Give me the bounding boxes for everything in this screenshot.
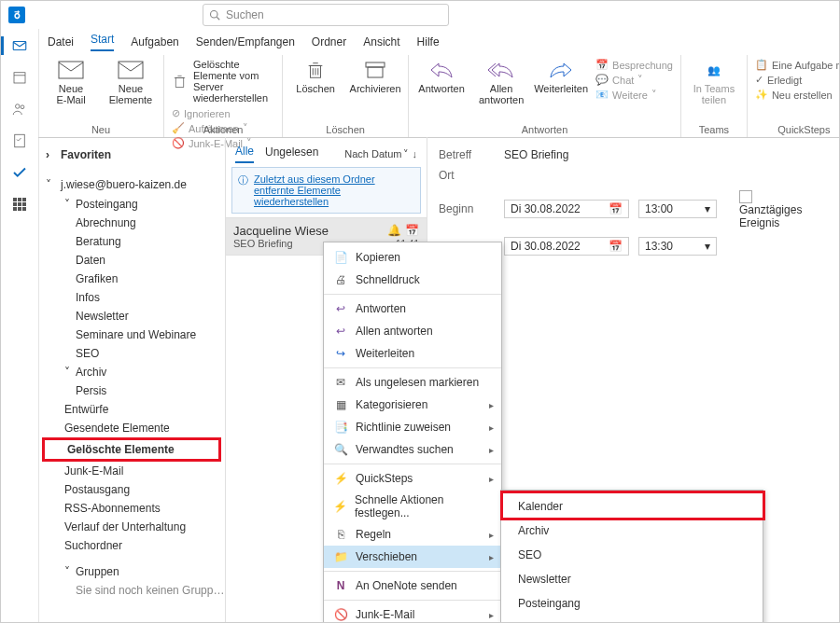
submenu-kalender[interactable]: Kalender — [501, 494, 763, 519]
end-time-input[interactable]: 13:30▾ — [638, 237, 717, 256]
restore-link[interactable]: Zuletzt aus diesem Ordner entfernte Elem… — [254, 173, 414, 207]
search-input[interactable]: Suchen — [203, 4, 449, 26]
begin-time-input[interactable]: 13:00▾ — [638, 200, 717, 218]
apps-rail-icon[interactable] — [10, 195, 29, 214]
outlook-logo: o⃗ — [8, 7, 25, 23]
ctx-schnelldruck[interactable]: 🖨Schnelldruck — [324, 269, 501, 291]
todo-rail-icon[interactable] — [10, 163, 29, 182]
svg-rect-2 — [13, 42, 26, 50]
folder-grafiken[interactable]: Grafiken — [38, 270, 225, 288]
submenu-seminare[interactable]: Seminare und Webinare — [501, 616, 763, 623]
tasks-rail-icon[interactable] — [10, 132, 29, 150]
calendar-picker-icon: 📅 — [609, 202, 623, 215]
svg-rect-14 — [13, 207, 17, 211]
tab-alle[interactable]: Alle — [235, 145, 254, 163]
ctx-onenote[interactable]: NAn OneNote senden — [324, 575, 501, 597]
folder-abrechnung[interactable]: Abrechnung — [38, 214, 225, 232]
folder-newsletter[interactable]: Newsletter — [38, 307, 225, 325]
archive-button[interactable]: Archivieren — [350, 59, 400, 94]
ctx-weiterleiten[interactable]: ↪Weiterleiten — [324, 342, 501, 365]
submenu-seo[interactable]: SEO — [501, 543, 763, 567]
menu-ansicht[interactable]: Ansicht — [363, 35, 399, 48]
ctx-antworten[interactable]: ↩Antworten — [324, 298, 501, 320]
folder-gesendet[interactable]: Gesendete Elemente — [38, 419, 225, 437]
rules-icon: ⎘ — [333, 527, 348, 542]
menu-ordner[interactable]: Ordner — [312, 35, 346, 48]
junk-icon: 🚫 — [333, 607, 348, 622]
folder-postausgang[interactable]: Postausgang — [38, 480, 225, 499]
ctx-regeln[interactable]: ⎘Regeln▸ — [324, 523, 501, 546]
people-rail-icon[interactable] — [10, 100, 29, 118]
svg-rect-16 — [22, 207, 26, 211]
chat-button[interactable]: 💬 Chat ˅ — [595, 74, 673, 86]
submenu-newsletter[interactable]: Newsletter — [501, 567, 763, 591]
teams-share-button[interactable]: 👥In Teams teilen — [689, 59, 739, 105]
reply-button[interactable]: Antworten — [416, 59, 467, 94]
menu-bar: Datei Start Aufgaben Senden/Empfangen Or… — [38, 29, 839, 55]
ctx-verschieben[interactable]: 📁Verschieben▸ — [324, 546, 501, 568]
ctx-verwandtes[interactable]: 🔍Verwandtes suchen▸ — [324, 438, 501, 461]
svg-rect-7 — [15, 134, 25, 147]
ctx-kopieren[interactable]: 📄Kopieren — [324, 246, 501, 269]
folder-seminare[interactable]: Seminare und Webinare — [38, 325, 225, 344]
more-button[interactable]: 📧 Weitere ˅ — [595, 89, 673, 101]
begin-date-input[interactable]: Di 30.08.2022📅 — [504, 200, 629, 218]
meeting-button[interactable]: 📅 Besprechung — [595, 59, 673, 71]
end-date-input[interactable]: Di 30.08.2022📅 — [504, 237, 629, 256]
reply-all-button[interactable]: Allen antworten — [476, 59, 526, 105]
forward-button[interactable]: Weiterleiten — [536, 59, 586, 94]
folder-posteingang[interactable]: ˅Posteingang — [38, 195, 225, 214]
ribbon: Neue E-Mail Neue Elemente Neu Gelöschte … — [38, 55, 839, 138]
menu-senden[interactable]: Senden/Empfangen — [196, 35, 295, 48]
ctx-schnelle[interactable]: ⚡Schnelle Aktionen festlegen... — [324, 490, 501, 523]
ctx-junk[interactable]: 🚫Junk-E-Mail▸ — [324, 603, 501, 623]
folder-seo[interactable]: SEO — [38, 344, 225, 363]
ribbon-group-loeschen: Löschen Archivieren Löschen — [283, 55, 409, 137]
svg-rect-15 — [18, 207, 21, 211]
svg-rect-12 — [18, 202, 21, 206]
info-bar[interactable]: ⓘ Zuletzt aus diesem Ordner entfernte El… — [231, 167, 421, 214]
folder-junk[interactable]: Junk-E-Mail — [38, 462, 225, 480]
print-icon: 🖨 — [333, 272, 348, 287]
folder-suchordner[interactable]: Suchordner — [38, 536, 225, 555]
tab-ungelesen[interactable]: Ungelesen — [265, 145, 318, 162]
folder-gruppen[interactable]: ˅Gruppen — [38, 562, 225, 581]
submenu-archiv[interactable]: Archiv — [501, 519, 763, 543]
qs-task-button[interactable]: 📋 Eine Aufgabe m... — [755, 59, 840, 71]
delete-button[interactable]: Löschen — [290, 59, 341, 94]
sort-dropdown[interactable]: Nach Datum ˅ ↓ — [344, 148, 417, 160]
folder-persis[interactable]: Persis — [38, 381, 225, 400]
menu-datei[interactable]: Datei — [48, 35, 74, 48]
ignore-button[interactable]: ⊘ Ignorieren — [172, 107, 252, 119]
submenu-posteingang[interactable]: Posteingang — [501, 591, 763, 616]
allday-checkbox[interactable] — [739, 190, 752, 203]
categorize-icon: ▦ — [333, 397, 348, 412]
new-email-button[interactable]: Neue E-Mail — [46, 59, 96, 105]
menu-hilfe[interactable]: Hilfe — [417, 35, 440, 48]
mail-rail-icon[interactable] — [10, 36, 29, 55]
folder-entwuerfe[interactable]: Entwürfe — [38, 400, 225, 419]
folder-geloescht[interactable]: Gelöschte Elemente — [45, 440, 218, 459]
qs-done-button[interactable]: ✓ Erledigt — [755, 74, 840, 86]
folder-verlauf[interactable]: Verlauf der Unterhaltung — [38, 518, 225, 536]
ctx-alle-antworten[interactable]: ↩Allen antworten — [324, 320, 501, 342]
ctx-richtlinie[interactable]: 📑Richtlinie zuweisen▸ — [324, 416, 501, 438]
restore-button[interactable]: Gelöschte Elemente vom Server wiederhers… — [172, 59, 274, 104]
ctx-quicksteps[interactable]: ⚡QuickSteps▸ — [324, 467, 501, 490]
folder-rss[interactable]: RSS-Abonnements — [38, 499, 225, 518]
new-items-button[interactable]: Neue Elemente — [105, 59, 156, 105]
qs-new-button[interactable]: ✨ Neu erstellen — [755, 89, 840, 101]
folder-archiv[interactable]: ˅Archiv — [38, 363, 225, 381]
ribbon-group-antworten: Antworten Allen antworten Weiterleiten 📅… — [409, 55, 681, 137]
ctx-kategorisieren[interactable]: ▦Kategorisieren▸ — [324, 394, 501, 416]
folder-daten[interactable]: Daten — [38, 251, 225, 270]
folder-beratung[interactable]: Beratung — [38, 232, 225, 251]
ctx-ungelesen[interactable]: ✉Als ungelesen markieren — [324, 371, 501, 394]
folder-infos[interactable]: Infos — [38, 288, 225, 307]
account-header[interactable]: ˅j.wiese@buero-kaizen.de — [38, 174, 225, 195]
favorites-header[interactable]: ›Favoriten — [38, 145, 225, 165]
menu-start[interactable]: Start — [91, 33, 114, 51]
svg-rect-24 — [366, 62, 385, 67]
menu-aufgaben[interactable]: Aufgaben — [131, 35, 178, 48]
calendar-rail-icon[interactable] — [10, 68, 29, 87]
